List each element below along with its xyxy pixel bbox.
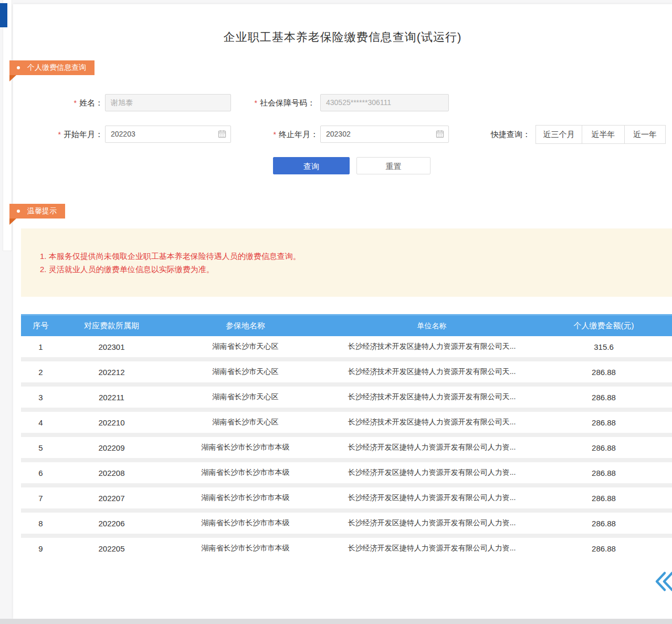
calendar-icon[interactable] xyxy=(436,130,444,138)
col-header-region: 参保地名称 xyxy=(163,321,328,331)
start-date-field[interactable]: 202203 xyxy=(105,126,231,143)
cell-company: 长沙经济开发区捷特人力资源开发有限公司人力资... xyxy=(328,493,536,503)
payments-table: 序号 对应费款所属期 参保地名称 单位名称 个人缴费金额(元) 1 202301… xyxy=(21,314,672,563)
cell-period: 202207 xyxy=(60,494,163,503)
name-field[interactable]: 谢旭泰 xyxy=(105,94,231,111)
table-row[interactable]: 2 202212 湖南省长沙市天心区 长沙经济技术开发区捷特人力资源开发有限公司… xyxy=(21,361,672,382)
cell-region: 湖南省长沙市天心区 xyxy=(163,418,328,427)
table-row[interactable]: 7 202207 湖南省长沙市长沙市市本级 长沙经济开发区捷特人力资源开发有限公… xyxy=(21,487,672,508)
cell-company: 长沙经济技术开发区捷特人力资源开发有限公司天... xyxy=(328,342,536,351)
col-header-period: 对应费款所属期 xyxy=(60,321,163,331)
cell-seq: 5 xyxy=(21,443,60,452)
col-header-amount: 个人缴费金额(元) xyxy=(536,321,672,331)
cell-period: 202208 xyxy=(60,469,163,477)
cell-region: 湖南省长沙市长沙市市本级 xyxy=(163,443,328,452)
table-row[interactable]: 8 202206 湖南省长沙市长沙市市本级 长沙经济开发区捷特人力资源开发有限公… xyxy=(21,513,672,534)
required-asterisk: * xyxy=(255,99,257,107)
section-header-tips-label: 温馨提示 xyxy=(27,206,57,216)
reset-button[interactable]: 重置 xyxy=(356,157,430,174)
cell-company: 长沙经济开发区捷特人力资源开发有限公司人力资... xyxy=(328,544,536,553)
cell-seq: 8 xyxy=(21,519,60,528)
tips-line: 2. 灵活就业人员的缴费单位信息以实际缴费为准。 xyxy=(40,263,672,276)
calendar-icon[interactable] xyxy=(218,130,226,138)
cell-company: 长沙经济技术开发区捷特人力资源开发有限公司天... xyxy=(328,367,536,377)
double-chevron-left-icon[interactable] xyxy=(652,569,672,594)
cell-region: 湖南省长沙市长沙市市本级 xyxy=(163,468,328,477)
table-row[interactable]: 3 202211 湖南省长沙市天心区 长沙经济技术开发区捷特人力资源开发有限公司… xyxy=(21,387,672,408)
cell-period: 202212 xyxy=(60,368,163,377)
ribbon-fold xyxy=(9,219,16,225)
sidebar-tab[interactable] xyxy=(0,3,7,27)
cell-seq: 1 xyxy=(21,342,60,351)
quick-query-label: 快捷查询： xyxy=(491,125,530,144)
cell-seq: 4 xyxy=(21,418,60,427)
cell-amount: 286.88 xyxy=(536,494,672,503)
table-body: 1 202301 湖南省长沙市天心区 长沙经济技术开发区捷特人力资源开发有限公司… xyxy=(21,336,672,559)
cell-amount: 286.88 xyxy=(536,469,672,477)
table-row[interactable]: 5 202209 湖南省长沙市长沙市市本级 长沙经济开发区捷特人力资源开发有限公… xyxy=(21,437,672,458)
table-header-row: 序号 对应费款所属期 参保地名称 单位名称 个人缴费金额(元) xyxy=(21,314,672,336)
cell-company: 长沙经济开发区捷特人力资源开发有限公司人力资... xyxy=(328,518,536,528)
cell-period: 202209 xyxy=(60,443,163,452)
page-title: 企业职工基本养老保险缴费信息查询(试运行) xyxy=(13,29,672,45)
required-asterisk: * xyxy=(274,130,276,139)
table-row[interactable]: 4 202210 湖南省长沙市天心区 长沙经济技术开发区捷特人力资源开发有限公司… xyxy=(21,412,672,433)
quick-btn-halfyear[interactable]: 近半年 xyxy=(582,125,625,144)
cell-period: 202205 xyxy=(60,544,163,553)
section-header-query-label: 个人缴费信息查询 xyxy=(27,63,86,72)
query-button[interactable]: 查询 xyxy=(273,157,350,174)
cell-period: 202211 xyxy=(60,393,163,402)
quick-btn-oneyear[interactable]: 近一年 xyxy=(624,125,666,144)
cell-region: 湖南省长沙市天心区 xyxy=(163,342,328,351)
cell-company: 长沙经济开发区捷特人力资源开发有限公司人力资... xyxy=(328,468,536,477)
cell-amount: 315.6 xyxy=(536,342,672,351)
cell-company: 长沙经济技术开发区捷特人力资源开发有限公司天... xyxy=(328,392,536,402)
col-header-seq: 序号 xyxy=(21,321,60,331)
cell-amount: 286.88 xyxy=(536,393,672,402)
cell-region: 湖南省长沙市长沙市市本级 xyxy=(163,518,328,528)
cell-amount: 286.88 xyxy=(536,443,672,452)
cell-seq: 2 xyxy=(21,368,60,377)
cell-seq: 6 xyxy=(21,469,60,477)
bullet-dot-icon xyxy=(17,66,20,69)
start-date-label: *开始年月： xyxy=(44,126,103,143)
cell-seq: 9 xyxy=(21,544,60,553)
end-date-field[interactable]: 202302 xyxy=(320,126,449,143)
table-row[interactable]: 1 202301 湖南省长沙市天心区 长沙经济技术开发区捷特人力资源开发有限公司… xyxy=(21,336,672,357)
tips-line: 1. 本服务仅提供尚未领取企业职工基本养老保险待遇人员的缴费信息查询。 xyxy=(40,249,672,263)
cell-region: 湖南省长沙市天心区 xyxy=(163,367,328,377)
cell-company: 长沙经济开发区捷特人力资源开发有限公司人力资... xyxy=(328,443,536,452)
cell-amount: 286.88 xyxy=(536,418,672,427)
ssn-label: *社会保障号码： xyxy=(239,94,315,112)
ssn-field[interactable]: 430525******306111 xyxy=(320,94,449,111)
cell-region: 湖南省长沙市长沙市市本级 xyxy=(163,493,328,503)
cell-amount: 286.88 xyxy=(536,544,672,553)
ribbon-fold xyxy=(9,75,16,81)
name-label: *姓名： xyxy=(52,94,103,112)
cell-amount: 286.88 xyxy=(536,519,672,528)
cell-seq: 7 xyxy=(21,494,60,503)
cell-seq: 3 xyxy=(21,393,60,402)
table-row[interactable]: 9 202205 湖南省长沙市长沙市市本级 长沙经济开发区捷特人力资源开发有限公… xyxy=(21,538,672,559)
cell-company: 长沙经济技术开发区捷特人力资源开发有限公司天... xyxy=(328,418,536,427)
cell-period: 202210 xyxy=(60,418,163,427)
cell-amount: 286.88 xyxy=(536,368,672,377)
section-header-tips: 温馨提示 xyxy=(9,204,65,219)
cell-period: 202206 xyxy=(60,519,163,528)
required-asterisk: * xyxy=(74,99,77,107)
cell-region: 湖南省长沙市长沙市市本级 xyxy=(163,544,328,553)
cell-period: 202301 xyxy=(60,342,163,351)
section-header-query: 个人缴费信息查询 xyxy=(9,60,94,75)
cell-region: 湖南省长沙市天心区 xyxy=(163,392,328,402)
quick-btn-3months[interactable]: 近三个月 xyxy=(536,125,582,144)
end-date-label: *终止年月： xyxy=(259,126,318,143)
required-asterisk: * xyxy=(58,130,61,139)
table-row[interactable]: 6 202208 湖南省长沙市长沙市市本级 长沙经济开发区捷特人力资源开发有限公… xyxy=(21,462,672,483)
bottom-band xyxy=(0,619,672,624)
tips-notice-box: 1. 本服务仅提供尚未领取企业职工基本养老保险待遇人员的缴费信息查询。 2. 灵… xyxy=(21,228,672,297)
col-header-company: 单位名称 xyxy=(328,321,536,331)
bullet-dot-icon xyxy=(17,210,20,213)
